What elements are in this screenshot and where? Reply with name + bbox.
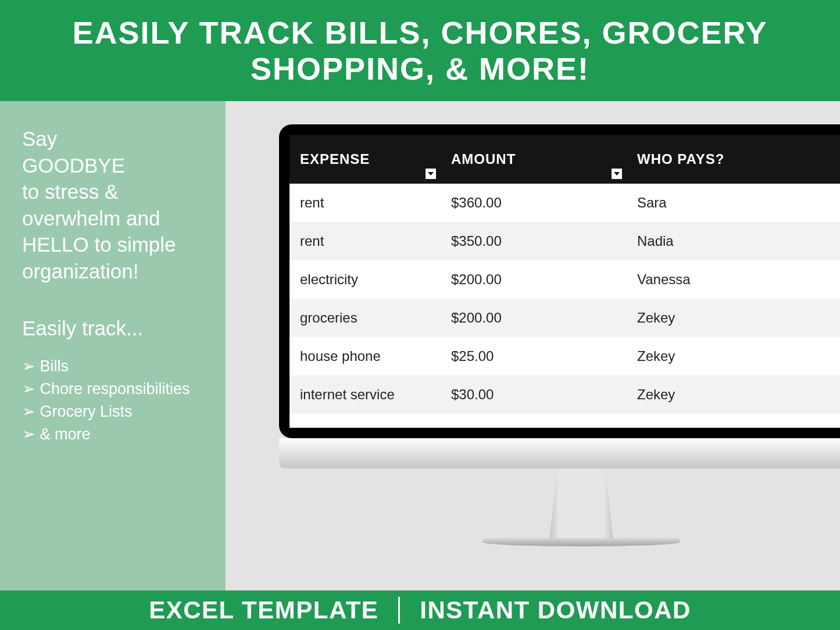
table-row[interactable]: rent $350.00 Nadia [289, 222, 840, 260]
monitor: EXPENSE AMOUNT WHO PAYS? [279, 124, 840, 546]
bullet-list: ➢ Bills ➢ Chore responsibilities ➢ Groce… [22, 355, 208, 446]
right-panel: EXPENSE AMOUNT WHO PAYS? [226, 101, 840, 590]
header-bar: EASILY TRACK BILLS, CHORES, GROCERY SHOP… [0, 0, 840, 101]
cell-expense: rent [289, 184, 441, 222]
monitor-stand [544, 468, 619, 538]
cell-who: Nadia [627, 222, 840, 260]
intro-line-1: Say [22, 126, 208, 152]
cell-amount: $200.00 [441, 299, 627, 337]
cell-who: Zekey [627, 299, 840, 337]
cell-amount: $200.00 [441, 260, 627, 299]
filter-dropdown-icon[interactable] [612, 169, 622, 179]
cell-amount: $350.00 [441, 222, 627, 260]
col-header-label: WHO PAYS? [637, 151, 724, 167]
table-row[interactable]: electricity $200.00 Vanessa [289, 260, 840, 299]
table-row[interactable]: rent $360.00 Sara [289, 184, 840, 222]
cell-amount: $360.00 [441, 184, 627, 222]
footer-right: INSTANT DOWNLOAD [400, 596, 711, 624]
table-row[interactable]: internet service $30.00 Zekey [289, 375, 840, 414]
col-header-label: EXPENSE [300, 151, 370, 167]
cell-expense: internet service [289, 375, 441, 414]
cell-who: Vanessa [627, 260, 840, 299]
col-header-amount[interactable]: AMOUNT [441, 135, 627, 184]
table-body: rent $360.00 Sara rent $350.00 Nadia ele… [289, 184, 840, 414]
header-title: EASILY TRACK BILLS, CHORES, GROCERY SHOP… [47, 15, 793, 87]
bullet-item: ➢ & more [22, 423, 208, 446]
monitor-screen: EXPENSE AMOUNT WHO PAYS? [289, 135, 840, 428]
col-header-label: AMOUNT [451, 151, 516, 167]
cell-who: Zekey [627, 375, 840, 414]
monitor-bezel: EXPENSE AMOUNT WHO PAYS? [279, 124, 840, 438]
cell-who: Sara [627, 184, 840, 222]
cell-expense: electricity [289, 260, 441, 299]
monitor-base [482, 538, 680, 546]
cell-expense: house phone [289, 337, 441, 375]
body-area: Say GOODBYE to stress & overwhelm and HE… [0, 101, 840, 590]
intro-copy: Say GOODBYE to stress & overwhelm and HE… [22, 126, 208, 284]
cell-who: Zekey [627, 337, 840, 375]
bullet-item: ➢ Chore responsibilities [22, 378, 208, 400]
cell-amount: $30.00 [441, 375, 627, 414]
intro-line-2: GOODBYE [22, 152, 208, 179]
filter-dropdown-icon[interactable] [426, 169, 436, 179]
col-header-who-pays[interactable]: WHO PAYS? [627, 135, 840, 184]
left-panel: Say GOODBYE to stress & overwhelm and HE… [0, 101, 226, 590]
footer-left: EXCEL TEMPLATE [129, 596, 398, 624]
cell-amount: $25.00 [441, 337, 627, 375]
bullet-item: ➢ Grocery Lists [22, 400, 208, 423]
col-header-expense[interactable]: EXPENSE [289, 135, 441, 184]
footer-bar: EXCEL TEMPLATE INSTANT DOWNLOAD [0, 590, 840, 630]
table-row[interactable]: groceries $200.00 Zekey [289, 299, 840, 337]
intro-line-3: to stress & overwhelm and HELLO to simpl… [22, 180, 176, 282]
bullet-item: ➢ Bills [22, 355, 208, 378]
cell-expense: groceries [289, 299, 441, 337]
table-row[interactable]: house phone $25.00 Zekey [289, 337, 840, 375]
cell-expense: rent [289, 222, 441, 260]
monitor-chin [279, 438, 840, 468]
subhead: Easily track... [22, 317, 208, 340]
expense-table: EXPENSE AMOUNT WHO PAYS? [289, 135, 840, 414]
